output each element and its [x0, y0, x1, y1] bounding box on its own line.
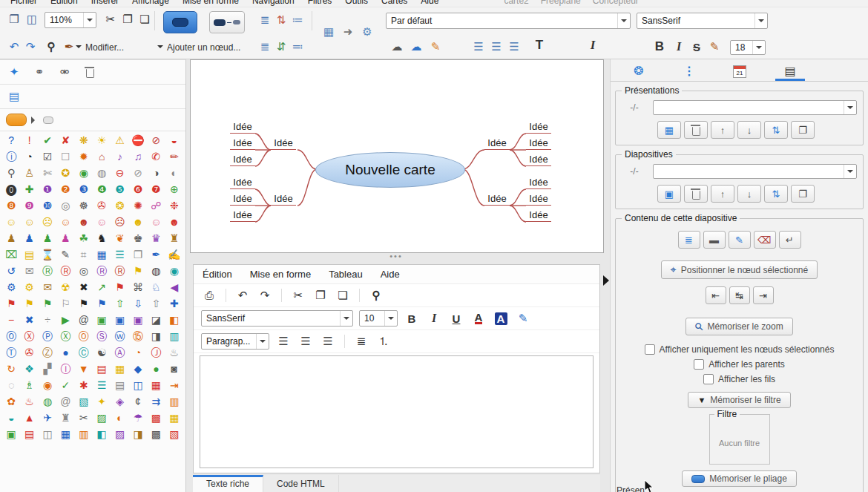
node-list-icon[interactable]: ≣: [257, 39, 273, 55]
palette-icon[interactable]: ↗: [93, 281, 111, 294]
palette-icon[interactable]: −: [2, 314, 20, 327]
palette-icon[interactable]: ♞: [93, 232, 111, 245]
palette-icon[interactable]: ✚: [20, 183, 38, 196]
palette-icon[interactable]: ✏: [165, 151, 183, 163]
palette-icon[interactable]: Ⓒ: [75, 347, 93, 359]
palette-icon[interactable]: ▤: [111, 379, 128, 392]
palette-icon[interactable]: ☍: [147, 200, 165, 212]
menu-item[interactable]: Insérer: [91, 0, 119, 6]
palette-icon[interactable]: ✉: [20, 265, 38, 278]
numbered-nodes-icon[interactable]: ≔: [289, 12, 306, 28]
palette-icon[interactable]: Ⓦ: [111, 330, 128, 343]
palette-icon[interactable]: ▦: [111, 363, 128, 375]
palette-icon[interactable]: ❻: [129, 183, 147, 196]
palette-icon[interactable]: ◀: [165, 281, 183, 294]
palette-icon[interactable]: ☻: [165, 216, 183, 229]
format-painter-icon[interactable]: ✒: [61, 39, 77, 55]
map-canvas[interactable]: Idée Idée Idée Idée Idée Idée Idée Idée …: [190, 59, 604, 253]
editor-font-select[interactable]: SansSerif: [201, 310, 353, 327]
palette-icon[interactable]: ▧: [75, 396, 93, 408]
cloud-color-icon[interactable]: ☁: [408, 39, 424, 55]
menu-item[interactable]: Affichage: [132, 0, 169, 6]
palette-icon[interactable]: ◨: [129, 428, 147, 441]
palette-icon[interactable]: ⚑: [129, 265, 147, 278]
palette-icon[interactable]: ⚑: [111, 281, 128, 294]
menu-item[interactable]: Filtres: [308, 0, 332, 6]
menu-item[interactable]: Navigation: [252, 0, 295, 6]
menu-right-item[interactable]: Concepteur: [593, 0, 639, 6]
palette-icon[interactable]: ❐: [129, 249, 147, 261]
swap-button[interactable]: ⇅: [764, 121, 788, 139]
palette-icon[interactable]: ✹: [75, 151, 93, 163]
bullet-list-icon[interactable]: ≣: [353, 333, 369, 350]
palette-icon[interactable]: ▼: [75, 363, 93, 375]
memorize-zoom-button[interactable]: ⚲ Mémoriser le zoom: [685, 318, 792, 335]
map-node[interactable]: Idée: [526, 177, 551, 189]
palette-icon[interactable]: ❶: [39, 183, 56, 196]
palette-icon[interactable]: ▤: [20, 249, 38, 261]
horizontal-splitter[interactable]: •••: [190, 253, 602, 260]
map-node[interactable]: Idée: [230, 177, 255, 189]
palette-icon[interactable]: ◫: [129, 379, 147, 392]
palette-icon[interactable]: ♙: [20, 167, 38, 180]
palette-icon[interactable]: ♟: [20, 232, 38, 245]
palette-icon[interactable]: ⊘: [147, 134, 165, 147]
palette-icon[interactable]: ♨: [165, 347, 183, 359]
palette-icon[interactable]: ☹: [39, 216, 56, 229]
undo-icon[interactable]: ↶: [6, 39, 22, 55]
palette-icon[interactable]: Ⓡ: [39, 265, 56, 278]
map-node[interactable]: Idée: [271, 193, 296, 206]
search-icon[interactable]: ⚲: [43, 39, 59, 55]
editor-menu-item[interactable]: Mise en forme: [250, 269, 311, 280]
save-icon[interactable]: ◫: [24, 11, 40, 27]
edge-pen-icon[interactable]: ✎: [427, 39, 444, 55]
move-slide-up-button[interactable]: ↑: [711, 185, 734, 203]
new-slide-button[interactable]: ▣: [657, 185, 681, 203]
move-node-left-button[interactable]: ⇤: [706, 286, 726, 304]
presentation-select[interactable]: [653, 100, 857, 115]
palette-icon[interactable]: ✿: [2, 396, 20, 408]
palette-icon[interactable]: ☐: [56, 151, 74, 163]
layout-settings-icon[interactable]: ⚙: [359, 24, 375, 40]
editor-menu-item[interactable]: Édition: [203, 269, 232, 280]
editor-size-select[interactable]: 10: [359, 310, 398, 327]
checkbox-show-parents[interactable]: [694, 359, 704, 370]
palette-icon[interactable]: ✺: [129, 200, 147, 212]
palette-icon[interactable]: ⊘: [129, 167, 147, 180]
move-up-button[interactable]: ↑: [711, 121, 734, 139]
swap-slide-button[interactable]: ⇅: [764, 185, 788, 203]
palette-icon[interactable]: ✂: [75, 412, 93, 424]
palette-icon[interactable]: ♜: [56, 412, 74, 424]
palette-icon[interactable]: ♟: [39, 232, 56, 245]
content-insert-button[interactable]: ↵: [779, 231, 801, 249]
palette-icon[interactable]: ✆: [147, 151, 165, 163]
palette-icon[interactable]: ✓: [56, 379, 74, 392]
palette-icon[interactable]: ✖: [20, 314, 38, 327]
palette-icon[interactable]: ☑: [39, 151, 56, 163]
wand-icon[interactable]: ✦: [6, 64, 22, 80]
palette-icon[interactable]: ✇: [93, 200, 111, 212]
palette-icon[interactable]: ▣: [129, 314, 147, 327]
palette-icon[interactable]: ✦: [93, 396, 111, 408]
palette-icon[interactable]: ?: [2, 134, 20, 147]
add-sibling-node-button[interactable]: [209, 11, 245, 33]
pen-color-icon[interactable]: ✎: [515, 310, 531, 327]
palette-icon[interactable]: ✔: [39, 134, 56, 147]
map-node[interactable]: Idée: [230, 121, 255, 134]
palette-icon[interactable]: ▩: [147, 412, 165, 424]
palette-icon[interactable]: Ⓧ: [20, 330, 38, 343]
cloud-icon[interactable]: ☁: [389, 39, 405, 55]
paste-icon[interactable]: ❏: [335, 287, 351, 304]
align-center-icon[interactable]: ☰: [297, 333, 314, 350]
palette-icon[interactable]: ✈: [39, 412, 56, 424]
paragraph-select[interactable]: Paragrap...: [201, 333, 269, 350]
content-edit-button[interactable]: ✎: [729, 231, 751, 249]
palette-icon[interactable]: ☻: [75, 216, 93, 229]
palette-icon[interactable]: ⇉: [147, 396, 165, 408]
editor-menu-item[interactable]: Aide: [381, 269, 400, 280]
du plicate-slide-button[interactable]: ❐: [791, 185, 815, 203]
palette-icon[interactable]: ❼: [147, 183, 165, 196]
position-node-button[interactable]: ⌖ Positionner le nœud sélectionné: [661, 260, 818, 279]
palette-icon[interactable]: ▶: [56, 314, 74, 327]
palette-icon[interactable]: Ⓐ: [111, 347, 128, 359]
